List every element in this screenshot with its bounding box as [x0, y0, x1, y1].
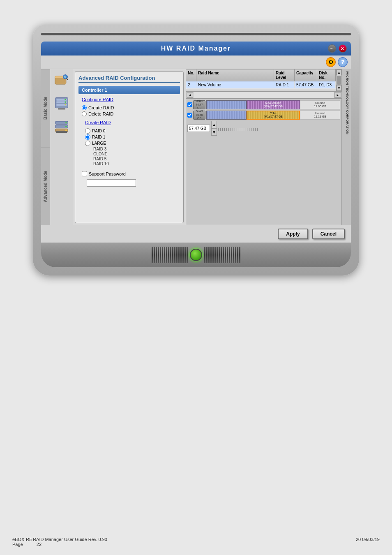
raid-icon	[54, 96, 69, 111]
icon-search[interactable]: 🔍	[52, 71, 71, 90]
disk1-checkbox[interactable]	[187, 102, 192, 107]
disk-viz-bottom: ▲ ▼	[187, 121, 340, 136]
disk3-segments: Tobe(M1) 57.47 GB Unused19.19 GB	[206, 111, 340, 120]
right-sidebar: IMICRON TECHNOLOGY CORPORATION	[342, 69, 351, 225]
raid10-text: RAID 10	[85, 162, 173, 166]
col-level-header: Raid Level	[274, 69, 295, 81]
clone-text: CLONE	[85, 152, 173, 156]
table-nav: ◄ ►	[186, 91, 342, 99]
large-option[interactable]: LARGE	[85, 141, 173, 146]
col-name-header: Raid Name	[196, 69, 274, 81]
delete-raid-radio[interactable]: Delete RAID	[82, 111, 177, 116]
disk3-unused-seg: Unused19.19 GB	[300, 111, 340, 120]
main-content: Basic Mode Advanced Mode 🔍	[41, 69, 351, 225]
create-raid-link[interactable]: Create RAID	[78, 119, 180, 126]
scroll-up-arrow[interactable]: ▲	[337, 69, 341, 75]
support-password-label: Support Password	[89, 171, 126, 176]
disk3-checkbox[interactable]	[187, 113, 192, 118]
col-disk-header: Disk No.	[317, 69, 336, 81]
icons-column: 🔍	[50, 69, 73, 225]
create-raid-radio[interactable]: Create RAID	[82, 105, 177, 110]
svg-text:🔍: 🔍	[63, 75, 67, 79]
bottom-decor	[41, 243, 351, 267]
advanced-mode-label: Advanced Mode	[41, 147, 50, 225]
right-label: IMICRON TECHNOLOGY CORPORATION	[342, 69, 351, 136]
svg-line-4	[67, 79, 68, 80]
ruler-marks	[218, 126, 340, 131]
row-name: New Volume	[196, 81, 274, 88]
cancel-button[interactable]: Cancel	[312, 229, 345, 239]
settings-icon[interactable]: ⚙	[326, 57, 336, 67]
disk1-icon: Disk174.47 GB	[193, 100, 205, 109]
scroll-down-arrow[interactable]: ▼	[337, 85, 341, 91]
col-no-header: No.	[186, 69, 196, 81]
row-disk: D1, D3	[317, 81, 336, 88]
raid1-option[interactable]: RAID 1	[85, 134, 173, 140]
close-button[interactable]: ✕	[339, 44, 347, 53]
basic-mode-label: Basic Mode	[41, 69, 50, 147]
nav-right-btn[interactable]: ►	[334, 92, 341, 98]
col-cap-header: Capacity	[295, 69, 317, 81]
raid-table: No. Raid Name Raid Level Capacity Disk N…	[186, 69, 336, 89]
disk3-row: Disk376.60 GB Tobe(M1) 57.47 GB Unused19…	[187, 111, 340, 120]
panel-title: Advanced RAID Configuration	[78, 75, 180, 83]
table-wrapper: No. Raid Name Raid Level Capacity Disk N…	[186, 69, 342, 91]
main-panel: Advanced RAID Configuration Controller 1…	[75, 71, 184, 223]
support-password-checkbox[interactable]	[82, 171, 87, 176]
table-header: No. Raid Name Raid Level Capacity Disk N…	[186, 69, 336, 81]
footer-page: Page 22	[12, 542, 107, 547]
footer-left: eBOX-R5 RAID Manager User Guide Rev. 0.9…	[12, 537, 107, 547]
row-cap: 57.47 GB	[295, 81, 317, 88]
controller-header: Controller 1	[78, 86, 180, 94]
row-no: 2	[186, 81, 196, 88]
raid0-option[interactable]: RAID 0	[85, 128, 173, 134]
footer-guide: eBOX-R5 RAID Manager User Guide Rev. 0.9…	[12, 537, 107, 542]
left-sidebar: Basic Mode Advanced Mode	[41, 69, 50, 225]
table-scrollbar: ▲ ▼	[336, 69, 342, 91]
svg-point-18	[65, 130, 67, 131]
svg-rect-12	[58, 108, 65, 109]
disks-icon	[54, 118, 69, 133]
search-icon: 🔍	[54, 73, 69, 88]
svg-point-10	[65, 101, 66, 103]
spinbox-down[interactable]: ▼	[211, 128, 217, 136]
table-row[interactable]: 2 New Volume RAID 1 57.47 GB D1, D3	[186, 81, 336, 89]
disk1-row: Disk174.47 GB New Volume(M0) 57.47 GB Un…	[187, 100, 340, 109]
disk1-segments: New Volume(M0) 57.47 GB Unused17.00 GB	[206, 100, 340, 109]
svg-point-9	[65, 99, 66, 100]
center-content: Advanced RAID Configuration Controller 1…	[73, 69, 186, 225]
support-password-section: Support Password	[78, 169, 180, 178]
disk1-new-volume-seg: New Volume(M0) 57.47 GB	[247, 100, 300, 109]
device-container: HW RAID Manager − ✕ ⚙ ? Basic Mode Advan…	[33, 25, 359, 275]
bottom-buttons: Apply Cancel	[41, 225, 351, 243]
disk3-used-seg	[206, 111, 247, 120]
password-input[interactable]	[87, 179, 136, 187]
right-vents	[204, 247, 240, 263]
disk1-unused-seg: Unused17.00 GB	[300, 100, 340, 109]
help-icon[interactable]: ?	[338, 57, 348, 67]
icon-raid[interactable]	[52, 94, 71, 112]
left-vents	[152, 247, 188, 263]
spinbox-up[interactable]: ▲	[211, 121, 217, 128]
nav-left-btn[interactable]: ◄	[187, 92, 193, 98]
raid-level-group: RAID 0 RAID 1 LARGE RAID 3 CLONE RAID 5 …	[78, 127, 180, 167]
app-title-bar: HW RAID Manager − ✕	[41, 42, 351, 56]
app-title: HW RAID Manager	[161, 45, 231, 52]
raid-type-radio-group: Create RAID Delete RAID	[78, 104, 180, 118]
power-light	[190, 249, 202, 261]
configure-raid-link[interactable]: Configure RAID	[78, 96, 180, 103]
svg-point-15	[65, 122, 67, 124]
icon-disks[interactable]	[52, 116, 71, 135]
disk-viz: Disk174.47 GB New Volume(M0) 57.47 GB Un…	[186, 99, 342, 225]
scroll-thumb[interactable]	[337, 76, 341, 85]
top-bar	[41, 33, 351, 35]
minimize-button[interactable]: −	[328, 44, 336, 53]
capacity-input[interactable]	[187, 125, 210, 132]
raid5-text: RAID 5	[85, 157, 173, 161]
svg-rect-19	[56, 131, 67, 133]
svg-point-11	[65, 104, 66, 105]
svg-point-16	[65, 126, 67, 127]
row-level: RAID 1	[274, 81, 295, 88]
apply-button[interactable]: Apply	[278, 229, 308, 239]
disk3-tobe-seg: Tobe(M1) 57.47 GB	[247, 111, 300, 120]
